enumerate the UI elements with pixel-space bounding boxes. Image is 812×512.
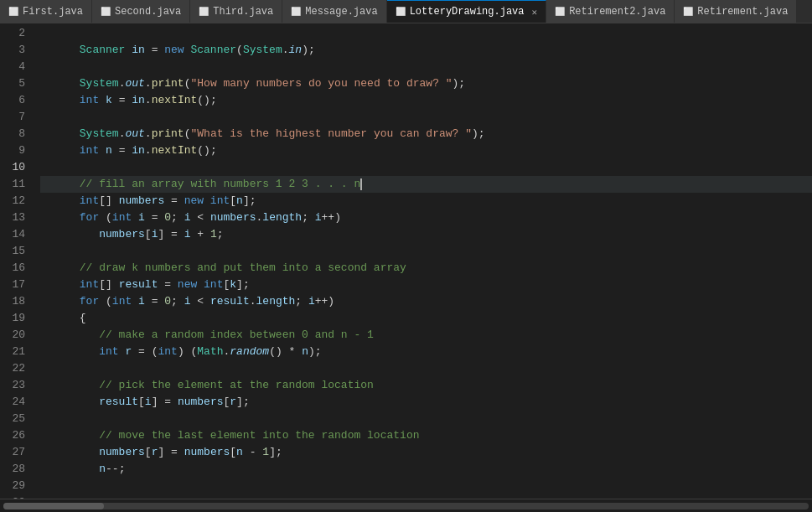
- code-line-24: [40, 411, 812, 427]
- line-num-18: 18: [8, 293, 25, 310]
- code-r-var26: r: [152, 444, 158, 461]
- code-line-blank: [40, 25, 812, 42]
- code-k-var: k: [106, 92, 112, 109]
- code-int-type16: int: [204, 277, 223, 293]
- tab-first[interactable]: ⬜ First.java: [0, 0, 92, 23]
- code-int-kw5: int: [80, 92, 99, 109]
- code-content[interactable]: Scanner in = new Scanner ( System . in )…: [32, 23, 812, 499]
- tab-second[interactable]: ⬜ Second.java: [92, 0, 190, 23]
- line-num-10: 10: [8, 159, 25, 176]
- code-length-12: length: [262, 209, 302, 226]
- code-dot7b: .: [145, 126, 152, 142]
- code-i-var12: i: [138, 209, 145, 226]
- code-line-4: System . out . print ( "How many numbers…: [40, 75, 812, 92]
- line-num-8: 8: [8, 126, 25, 142]
- code-dot17: .: [250, 293, 256, 310]
- code-numbers-var13: numbers: [99, 226, 145, 243]
- code-dot12: .: [256, 209, 263, 226]
- code-indent-27: [40, 461, 99, 478]
- line-num-30: 30: [8, 494, 25, 499]
- code-out-7: out: [125, 126, 144, 142]
- tab-third[interactable]: ⬜ Third.java: [190, 0, 282, 23]
- code-line-12: for ( int i = 0 ; i < numbers . length ;…: [40, 209, 812, 226]
- code-comment-19: // make a random index between 0 and n -…: [99, 327, 374, 344]
- code-indent-22: [40, 377, 99, 394]
- tab-message[interactable]: ⬜ Message.java: [282, 0, 386, 23]
- code-in-var8: in: [132, 142, 145, 159]
- code-one26: 1: [262, 444, 269, 461]
- code-inc12: ++): [322, 209, 341, 226]
- line-num-4: 4: [8, 59, 25, 75]
- tab-bar: ⬜ First.java ⬜ Second.java ⬜ Third.java …: [0, 0, 812, 23]
- code-bracket26b: ] =: [158, 444, 184, 461]
- code-bracket13b: ] =: [158, 226, 184, 243]
- code-out-4: out: [125, 75, 144, 92]
- code-indent-7: [40, 126, 80, 142]
- code-paren7a: (: [184, 126, 191, 142]
- code-sp5a: [99, 92, 106, 109]
- code-parens20: () *: [269, 344, 302, 360]
- code-line-3: [40, 59, 812, 75]
- line-num-27: 27: [8, 444, 25, 461]
- java-icon-retirement2: ⬜: [555, 7, 565, 17]
- code-bracket23a: [: [138, 394, 145, 411]
- code-paren4a: (: [184, 75, 191, 92]
- code-brace-18: {: [80, 310, 86, 327]
- code-n-var11: n: [236, 193, 243, 209]
- code-semi26: ];: [269, 444, 282, 461]
- tab-retirement2[interactable]: ⬜ Retirement2.java: [546, 0, 675, 23]
- code-dot4b: .: [145, 75, 152, 92]
- code-sp20a: [119, 344, 126, 360]
- line-num-13: 13: [8, 209, 25, 226]
- tab-label-retirement2: Retirement2.java: [569, 6, 665, 18]
- code-k-var16: k: [230, 277, 236, 293]
- code-result-var23: result: [99, 394, 138, 411]
- code-line-9: [40, 159, 812, 176]
- code-random-method: random: [230, 344, 269, 360]
- code-int-cast20: int: [158, 344, 177, 360]
- tab-label-retirement: Retirement.java: [697, 6, 788, 18]
- code-paren2a: (: [236, 42, 243, 59]
- code-i-var12c: i: [315, 209, 322, 226]
- code-in-var5: in: [132, 92, 145, 109]
- code-line-22: // pick the element at the random locati…: [40, 377, 812, 394]
- code-line-15: // draw k numbers and put them into a se…: [40, 260, 812, 277]
- tab-lottery[interactable]: ⬜ LotteryDrawing.java ✕: [387, 0, 546, 23]
- code-indent-11: [40, 193, 80, 209]
- code-semi13: ;: [217, 226, 224, 243]
- code-new-kw16: new: [178, 277, 197, 293]
- code-sp12b: [132, 209, 138, 226]
- horizontal-scrollbar[interactable]: [0, 499, 812, 512]
- code-line-21: [40, 360, 812, 377]
- code-bracket26c: [: [230, 444, 236, 461]
- code-line-18: {: [40, 310, 812, 327]
- line-num-23: 23: [8, 377, 25, 394]
- code-semi23: ];: [236, 394, 250, 411]
- tab-retirement[interactable]: ⬜ Retirement.java: [675, 0, 797, 23]
- code-sp16c: [197, 277, 204, 293]
- code-zero17: 0: [164, 293, 171, 310]
- scrollbar-thumb[interactable]: [3, 503, 104, 509]
- tab-close-lottery[interactable]: ✕: [532, 7, 538, 18]
- java-icon-lottery: ⬜: [396, 7, 406, 17]
- code-sp26d: -: [243, 444, 262, 461]
- code-i-var17b: i: [184, 293, 191, 310]
- code-indent-12: [40, 209, 80, 226]
- line-num-16: 16: [8, 260, 25, 277]
- code-system-2: System: [243, 42, 282, 59]
- tab-label-message: Message.java: [305, 6, 377, 18]
- code-indent-17: [40, 293, 80, 310]
- code-sp17c: =: [145, 293, 164, 310]
- code-semi11: ];: [243, 193, 256, 209]
- line-num-26: 26: [8, 427, 25, 444]
- code-semi16: ];: [236, 277, 250, 293]
- code-line-6: [40, 109, 812, 126]
- code-numbers-var26b: numbers: [184, 444, 230, 461]
- line-num-17: 17: [8, 277, 25, 293]
- code-indent-4: [40, 75, 80, 92]
- code-i-var17: i: [138, 293, 145, 310]
- code-str-4: "How many numbers do you need to draw? ": [190, 75, 452, 92]
- code-sp11b: =: [164, 193, 184, 209]
- code-indent-23: [40, 394, 99, 411]
- code-indent-19: [40, 327, 99, 344]
